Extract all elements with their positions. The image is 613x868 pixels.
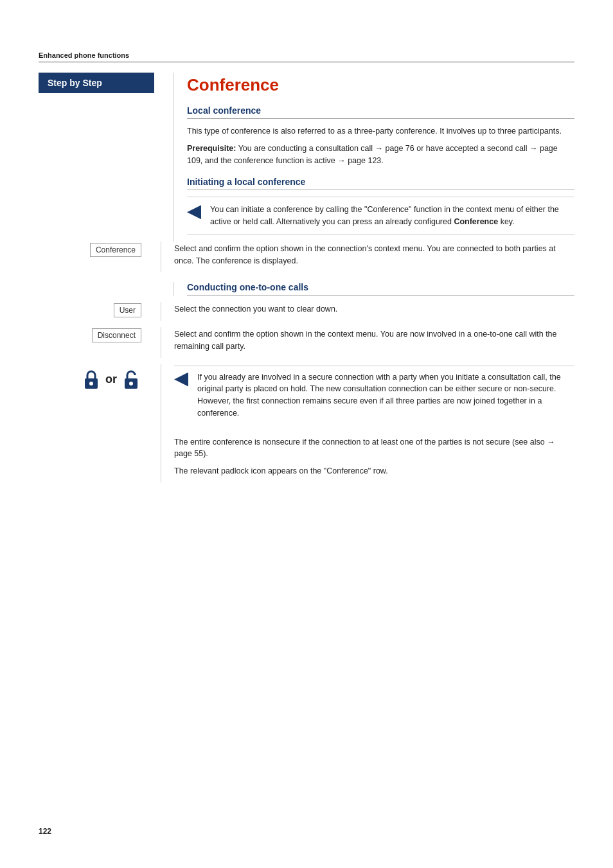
secure-icon	[174, 371, 192, 387]
conference-key: key.	[498, 217, 514, 226]
user-right: Select the connection you want to clear …	[161, 302, 574, 321]
main-layout: Step by Step Conference Local conference…	[39, 73, 574, 242]
section-label: Enhanced phone functions	[39, 51, 574, 62]
left-column: Step by Step	[39, 73, 173, 242]
or-label: or	[105, 373, 117, 386]
padlock-icons: or	[81, 368, 141, 391]
conference-label-row: Conference Select and confirm the option…	[39, 242, 574, 272]
closed-padlock-icon	[81, 368, 102, 391]
user-desc: Select the connection you want to clear …	[174, 303, 574, 315]
svg-point-1	[89, 382, 93, 385]
secure-info-1: If you already are involved in a secure …	[197, 371, 574, 420]
prerequisite-text: Prerequisite: You are conducting a consu…	[187, 143, 574, 167]
local-conference-heading: Local conference	[187, 105, 574, 119]
disconnect-label-box: Disconnect	[92, 328, 141, 342]
page: Enhanced phone functions Step by Step Co…	[0, 0, 613, 868]
prerequisite-body: You are conducting a consultation call →…	[187, 144, 558, 165]
local-conf-desc-text: This type of conference is also referred…	[187, 127, 562, 136]
initiating-icon	[187, 204, 205, 219]
conference-label-box: Conference	[90, 243, 141, 257]
conference-left: Conference	[39, 242, 161, 257]
conference-bold: Conference	[454, 217, 498, 226]
disconnect-left: Disconnect	[39, 327, 161, 342]
secure-info-row: If you already are involved in a secure …	[174, 366, 574, 430]
secure-left: or	[39, 364, 161, 393]
secure-right: If you already are involved in a secure …	[161, 364, 574, 483]
local-conf-desc: This type of conference is also referred…	[187, 125, 574, 137]
disconnect-desc: Select and confirm the option shown in t…	[174, 328, 574, 353]
step-by-step-box: Step by Step	[39, 73, 154, 93]
user-left: User	[39, 302, 161, 317]
initiating-info-row: You can initiate a conference by calling…	[187, 197, 574, 235]
initiating-heading: Initiating a local conference	[187, 177, 574, 190]
secure-info-2: The entire conference is nonsecure if th…	[174, 436, 574, 461]
disconnect-right: Select and confirm the option shown in t…	[161, 327, 574, 358]
user-label-row: User Select the connection you want to c…	[39, 302, 574, 321]
secure-row: or If you already are involved in a secu…	[39, 364, 574, 483]
svg-point-3	[129, 382, 133, 385]
arrow-icon	[187, 205, 201, 219]
conference-right: Select and confirm the option shown in t…	[161, 242, 574, 272]
user-label-box: User	[114, 303, 141, 317]
disconnect-label-row: Disconnect Select and confirm the option…	[39, 327, 574, 358]
prerequisite-label: Prerequisite:	[187, 144, 236, 153]
secure-info-text: If you already are involved in a secure …	[197, 371, 574, 425]
conducting-heading: Conducting one-to-one calls	[187, 282, 574, 296]
secure-info-3: The relevant padlock icon appears on the…	[174, 465, 574, 477]
conference-title: Conference	[187, 75, 574, 95]
page-number: 122	[39, 827, 51, 836]
right-column: Conference Local conference This type of…	[173, 73, 574, 242]
open-padlock-icon	[121, 368, 141, 391]
arrow-icon-2	[174, 373, 188, 387]
conference-desc: Select and confirm the option shown in t…	[174, 243, 574, 267]
initiating-info-text: You can initiate a conference by calling…	[210, 204, 574, 228]
